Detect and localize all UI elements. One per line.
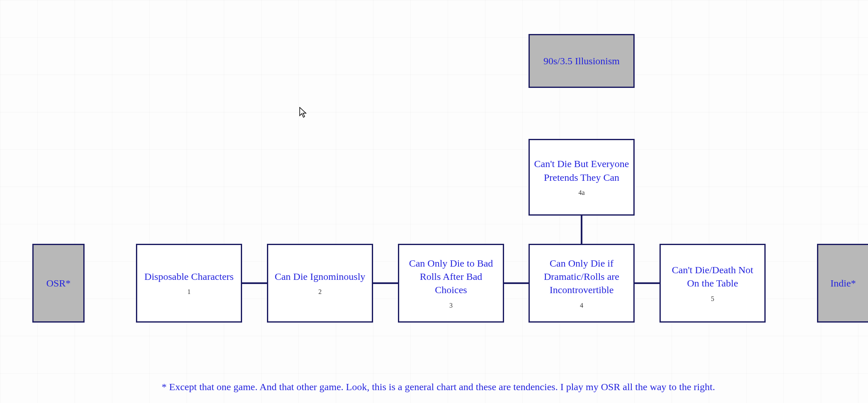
node-sublabel: 4a	[578, 188, 584, 197]
connector-h	[242, 282, 267, 284]
node-osr: OSR*	[32, 244, 85, 323]
node-label: OSR*	[46, 277, 71, 290]
node-label: Indie*	[830, 277, 856, 290]
node-5: Can't Die/Death Not On the Table 5	[659, 244, 766, 323]
connector-h	[373, 282, 398, 284]
node-4: Can Only Die if Dramatic/Rolls are Incon…	[529, 244, 635, 323]
connector-h	[635, 282, 659, 284]
node-label: Can't Die/Death Not On the Table	[665, 263, 760, 290]
node-sublabel: 1	[187, 287, 191, 296]
node-label: Can't Die But Everyone Pretends They Can	[534, 157, 629, 184]
node-2: Can Die Ignominously 2	[267, 244, 373, 323]
node-sublabel: 5	[711, 294, 714, 303]
background-grid	[0, 0, 868, 403]
node-illusionism: 90s/3.5 Illusionism	[529, 34, 635, 88]
node-1: Disposable Characters 1	[136, 244, 242, 323]
node-sublabel: 4	[580, 301, 583, 310]
node-label: Can Only Die if Dramatic/Rolls are Incon…	[534, 257, 629, 297]
node-sublabel: 2	[318, 287, 322, 296]
node-label: 90s/3.5 Illusionism	[543, 54, 620, 68]
node-label: Can Only Die to Bad Rolls After Bad Choi…	[403, 257, 499, 297]
node-3: Can Only Die to Bad Rolls After Bad Choi…	[398, 244, 504, 323]
node-sublabel: 3	[449, 301, 453, 310]
node-indie: Indie*	[817, 244, 868, 323]
node-label: Can Die Ignominously	[275, 270, 366, 283]
connector-h	[504, 282, 529, 284]
node-4a: Can't Die But Everyone Pretends They Can…	[529, 139, 635, 216]
connector-vertical	[581, 216, 582, 244]
footnote-text: * Except that one game. And that other g…	[162, 381, 715, 393]
node-label: Disposable Characters	[144, 270, 233, 283]
